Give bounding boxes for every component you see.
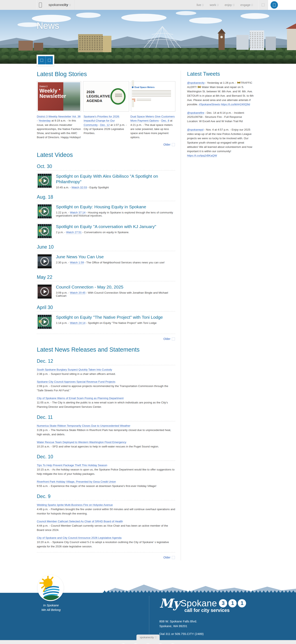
blog-story-date-link[interactable]: Dec. 8 [161, 119, 169, 122]
video-item: Spotlight on Equity With Alex Gibilisco … [37, 173, 175, 189]
video-thumbnail[interactable] [37, 223, 52, 239]
email-subscribe-button[interactable] [46, 56, 53, 64]
video-title-link[interactable]: June News You Can Use [56, 254, 165, 260]
email-icon [48, 59, 51, 62]
rss-button[interactable] [38, 56, 46, 64]
tweet: @spokanefire - Dec. 14 at 6:14 p.m. - In… [187, 111, 254, 124]
video-thumbnail[interactable] [37, 204, 52, 219]
news-item: City of Spokane Warns of Email Scam Posi… [37, 396, 175, 409]
tweet-url-link[interactable]: https://t.co/tpq2rBKaQW [187, 154, 217, 157]
tweet-url-link[interactable]: https://t.co/tkhH240Q9d [221, 103, 250, 106]
news-title-link[interactable]: City of Spokane Warns of Email Scam Posi… [37, 397, 124, 400]
search-icon [262, 4, 264, 6]
site-header: spokanecity live work enjoy engage [0, 0, 296, 10]
blog-card-dual-space-meters[interactable]: Dual Space Meters [131, 81, 175, 112]
video-meta: 2 p.m. - Watch 27:51 - Conversations on … [56, 231, 156, 234]
video-meta: 2:30 p.m. - Watch 1:59 - The Office of N… [56, 261, 165, 264]
news-title-link[interactable]: Council Member Cathcart Selected As Chai… [37, 520, 123, 523]
blog-story-date-link[interactable]: Yesterday [38, 119, 51, 122]
mobile-app-button[interactable] [36, 0, 44, 10]
blog-card-legislative-agenda[interactable]: 2026 LEGISLATIVE AGENDA [83, 81, 129, 112]
tweet-handle-link[interactable]: @spokanecity [187, 81, 204, 84]
news-title-link[interactable]: Spokane City Council Approves Special Re… [37, 380, 115, 383]
news-title-link[interactable]: South Spokane Burglary Suspect Quickly T… [37, 368, 112, 371]
news-date-group: Dec. 10 Tips To Help Prevent Package The… [37, 454, 175, 488]
news-title-link[interactable]: Riverfront Park Holiday Village, Present… [37, 480, 116, 483]
video-title-link[interactable]: Spotlight on Equity With Alex Gibilisco … [56, 173, 175, 185]
social-links-band [0, 640, 296, 644]
video-title-link[interactable]: Spotlight on Equity "The Native Project"… [56, 314, 163, 320]
video-thumbnail[interactable] [37, 284, 52, 300]
nav-live[interactable]: live [197, 3, 204, 6]
legislative-agenda-card-image: 2026 LEGISLATIVE AGENDA [84, 82, 128, 110]
tweet-handle-link[interactable]: @spokanefire [187, 111, 204, 114]
video-thumbnail[interactable] [37, 173, 52, 188]
blog-stories-text-row: District 3 Weekly Newsletter Vol. 36 - Y… [37, 114, 175, 140]
blog-card-newsletter[interactable]: District 3 Weekly Newsletter [37, 81, 81, 112]
nav-enjoy[interactable]: enjoy [225, 3, 234, 6]
play-icon [37, 204, 52, 219]
watch-link[interactable]: Watch 37:14 [70, 211, 85, 214]
city-logo-block: In Spokane We All Belong [38, 575, 64, 612]
logo-link[interactable]: spokanecity [44, 0, 74, 10]
watch-link[interactable]: Watch 20:45 [70, 291, 85, 294]
tweets-heading: Latest Tweets [187, 71, 254, 77]
video-thumbnail[interactable] [37, 314, 52, 330]
video-title-link[interactable]: Spotlight on Equity "A conversation with… [56, 224, 156, 229]
news-item: Riverfront Park Holiday Village, Present… [37, 480, 175, 488]
news-title-link[interactable]: Welding Sparks Ignite Multi-Business Fir… [37, 503, 113, 506]
older-arrow-icon [172, 143, 175, 146]
news-item: South Spokane Burglary Suspect Quickly T… [37, 368, 175, 376]
hero-banner: News [0, 10, 296, 64]
news-title-link[interactable]: Tips To Help Prevent Package Theft This … [37, 464, 107, 467]
footer-divider [149, 596, 149, 637]
older-videos-link[interactable]: Older [164, 337, 170, 340]
divider [37, 552, 175, 552]
video-date-group: Oct. 30 Spotlight on Equity With Alex Gi… [37, 164, 175, 189]
news-title-link[interactable]: City of Spokane and City Council Announc… [37, 536, 122, 539]
video-item: Spotlight on Equity: Housing Equity in S… [37, 204, 175, 219]
blog-cards-row: District 3 Weekly Newsletter 2026 LEGISL… [37, 81, 175, 112]
search-button[interactable] [258, 0, 268, 10]
blog-story-date-link[interactable]: Dec. 12 [100, 123, 110, 126]
profile-button[interactable] [270, 1, 278, 9]
blog-story: District 3 Weekly Newsletter Vol. 36 - Y… [37, 114, 82, 140]
video-thumbnail[interactable] [37, 254, 52, 269]
news-title-link[interactable]: Numerica Skate Ribbon Temporarily Closes… [37, 424, 130, 427]
video-group-date: May 22 [37, 274, 175, 280]
nav-engage[interactable]: engage [240, 3, 253, 6]
watch-link[interactable]: Watch 1:59 [70, 261, 84, 264]
subscribe-box [36, 55, 54, 66]
site-logo: spokanecity [48, 3, 68, 7]
tweet-handle-link[interactable]: @spokanepd [187, 128, 204, 131]
mountain-silhouette [103, 582, 296, 593]
older-blog-link[interactable]: Older [164, 143, 170, 146]
video-group-date: April 30 [37, 305, 175, 310]
dual-space-meters-card-image: Dual Space Meters [132, 80, 174, 107]
news-group-date: Dec. 11 [37, 414, 175, 420]
tweet: @spokanecity - Yesterday at 1:26 p.m. - … [187, 81, 254, 107]
watch-link[interactable]: Watch 27:51 [66, 231, 82, 234]
older-news-link[interactable]: Older [164, 556, 170, 559]
spokanecity-footer-tab[interactable]: spokanecity [136, 634, 160, 640]
video-item: Spotlight on Equity "A conversation with… [37, 223, 175, 239]
video-meta: 10:45 a.m. - Watch 32:03 - Equity Spotli… [56, 186, 175, 189]
spokane-sun-logo [38, 575, 64, 601]
watch-link[interactable]: Watch 24:14 [70, 322, 85, 324]
video-title-link[interactable]: Spotlight on Equity: Housing Equity in S… [56, 204, 175, 210]
play-icon [37, 173, 52, 188]
news-title-link[interactable]: Water Rescue Team Deployed to Western Wa… [37, 441, 126, 444]
watch-link[interactable]: Watch 32:03 [72, 186, 87, 189]
older-blog-row: Older [37, 143, 175, 146]
tweet-hashtag-link[interactable]: #SpokaneStreets [199, 103, 220, 106]
tweet: @spokanepd - Nov. 4 at 4:57 p.m. - Enjoy… [187, 128, 254, 158]
divider [37, 281, 175, 281]
nav-work[interactable]: work [210, 3, 218, 6]
blog-story-link[interactable]: District 3 Weekly Newsletter Vol. 36 [37, 115, 80, 118]
video-meta: 3:09 p.m. - Watch 20:45 - With Council C… [56, 291, 175, 297]
diamond-icon [132, 86, 134, 88]
video-date-group: Aug. 18 Spotlight on Equity: Housing Equ… [37, 194, 175, 239]
video-item: June News You Can Use 2:30 p.m. - Watch … [37, 254, 175, 269]
older-arrow-icon [172, 556, 175, 559]
video-title-link[interactable]: Council Connection - May 20, 2025 [56, 284, 175, 290]
